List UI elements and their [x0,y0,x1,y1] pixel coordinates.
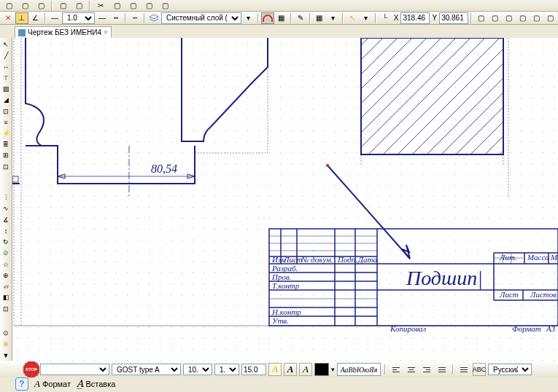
toolbar-top-partial: ▢ ▢ ▢ ▢ ▢ ✂ ▢ ▢ ▢ ▢ [0,0,558,12]
format-tab[interactable]: A Формат [34,378,71,390]
line-tool[interactable]: ╱ [0,50,12,60]
close-icon[interactable]: × [104,28,108,36]
bold-btn[interactable]: A [284,363,297,376]
tool-btn[interactable]: ▼ [0,350,12,361]
line-width-combo[interactable]: 1.0 [62,12,95,24]
align-right-btn[interactable] [420,363,433,376]
tool-btn[interactable]: ⊘ [0,248,12,258]
tool-btn[interactable]: ▢ [18,0,32,12]
style-combo[interactable] [40,364,109,375]
fontsize-combo[interactable]: 10.0 [183,364,212,375]
tool-btn[interactable]: ▢ [34,0,48,12]
view-btn[interactable]: ▢ [474,12,487,24]
italic-color-btn[interactable]: A [268,363,282,376]
linestyle-btn[interactable]: ┅ [109,12,123,24]
linestyle-btn[interactable]: — [96,12,109,24]
tool-btn[interactable]: ⊡ [0,106,12,116]
layer-combo[interactable]: Системный слой ( [161,12,241,24]
grid-btn[interactable]: ▦ [313,12,326,24]
view-btn[interactable]: ▢ [543,12,557,24]
list-btn[interactable] [457,363,470,376]
coord-x-input[interactable] [400,12,430,24]
status-tabs: ? A Формат A̲ Вставка [0,377,558,391]
tool-btn[interactable]: ✎ [294,12,307,24]
text-color-picker[interactable] [314,363,329,376]
svg-text:Дата: Дата [357,255,378,264]
document-tab[interactable]: Чертеж БЕЗ ИМЕНИ4 × [15,26,112,38]
svg-text:80,54: 80,54 [151,162,177,175]
align-center-btn[interactable] [405,363,418,376]
font-btn[interactable]: A [299,363,312,376]
dropdown-btn[interactable]: ▾ [327,12,340,24]
svg-text:Т.контр: Т.контр [272,281,300,290]
tool-btn[interactable]: ≡ [0,117,12,128]
tool-btn[interactable]: ⊙ [0,328,12,338]
spacing-combo[interactable]: 1.0 [214,364,239,375]
svg-line-8 [361,38,383,60]
tool-btn[interactable]: ☆ [0,259,12,269]
text-tool[interactable]: T [0,73,12,83]
font-preview: АаВbЮюЯя [337,363,381,376]
tool-btn[interactable]: ↻ [0,237,12,247]
svg-line-18 [412,63,503,154]
drawing-canvas[interactable]: 80,54 Изм Лист № докум. Подп. Дата Разра… [12,38,558,361]
svg-line-7 [361,38,368,45]
dim-tool[interactable]: ↔ [0,61,12,71]
align-left-btn[interactable] [390,363,403,376]
tool-btn[interactable]: ∡ [0,215,12,225]
align-justify-btn[interactable] [435,363,449,376]
tool-btn[interactable]: ▢ [125,0,140,12]
view-btn[interactable]: ▢ [516,12,529,24]
tool-btn[interactable]: ▱ [0,281,12,291]
linestyle-btn[interactable]: ┉ [128,12,142,24]
tool-btn[interactable]: ▢ [71,0,86,12]
language-combo[interactable]: Русский [488,364,532,375]
tool-btn[interactable]: ⊡ [0,303,12,313]
tool-btn[interactable]: ◧ [0,292,12,302]
dropdown-btn[interactable]: ▾ [360,12,373,24]
tool-btn[interactable]: ▢ [1,0,16,12]
insert-tab[interactable]: A̲ Вставка [77,378,115,390]
perpendicular-btn[interactable]: ⊥ [15,12,28,24]
font-combo[interactable]: GOST type A [112,364,181,375]
stop-button[interactable]: STOP [25,363,38,376]
ortho-btn[interactable]: └ [379,12,392,24]
svg-line-19 [427,78,503,154]
help-button[interactable]: ? [15,377,28,391]
tool-btn[interactable]: ◢ [0,95,12,105]
pointer-tool[interactable]: ↖ [0,39,12,50]
height-input[interactable] [241,364,266,375]
magnet-snap-btn[interactable] [261,12,274,24]
tool-btn[interactable]: ⊕ [0,339,12,349]
tool-btn[interactable]: ≣ [0,139,12,149]
tool-btn[interactable]: ⊕ [0,270,12,281]
spellcheck-btn[interactable]: ABC [473,363,486,376]
tool-btn[interactable]: ⊞ [0,150,12,160]
tool-btn[interactable]: ▢ [142,0,156,12]
tool-btn[interactable]: ▢ [55,0,70,12]
linestyle-btn[interactable]: — [48,12,61,24]
snap-btn[interactable]: ▦ [275,12,288,24]
tool-btn[interactable]: ↕ [0,226,12,236]
tool-btn[interactable]: ⊡ [0,162,12,172]
view-btn[interactable]: ▢ [530,12,543,24]
svg-line-15 [368,38,485,154]
tool-btn[interactable]: ▢ [109,0,124,12]
hatch-tool[interactable]: ▨ [0,84,12,94]
tool-btn[interactable]: ∿ [0,203,12,213]
dropdown-btn[interactable]: ▾ [242,12,255,24]
layers-icon[interactable] [147,12,160,24]
coord-y-input[interactable] [439,12,468,24]
view-btn[interactable]: ▢ [488,12,501,24]
tool-btn[interactable]: ✂ [93,0,108,12]
tool-btn[interactable]: ⋮ [0,192,12,203]
tool-btn[interactable]: ⚡ [0,128,12,138]
svg-line-23 [485,136,503,154]
document-tabs: Чертеж БЕЗ ИМЕНИ4 × [0,25,558,38]
cursor-btn[interactable]: ↖ [346,12,359,24]
angle-btn[interactable]: ∠ [29,12,42,24]
view-btn[interactable]: ▢ [502,12,515,24]
axis-x-btn[interactable]: ✕ [1,12,15,24]
svg-rect-32 [12,176,18,182]
tool-btn[interactable]: ▢ [158,0,172,12]
